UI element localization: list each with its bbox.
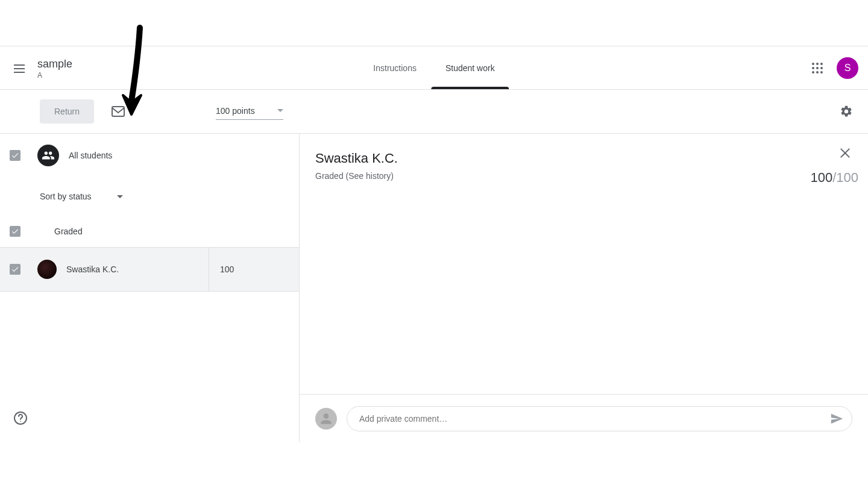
- tab-label: Instructions: [373, 63, 417, 73]
- sort-row: Sort by status: [0, 177, 299, 216]
- hamburger-icon: [14, 64, 25, 72]
- svg-rect-9: [112, 107, 124, 116]
- tab-student-work[interactable]: Student work: [431, 46, 509, 89]
- student-avatar: [37, 260, 57, 279]
- svg-point-1: [816, 63, 819, 65]
- svg-point-0: [812, 63, 814, 65]
- svg-point-4: [816, 67, 819, 69]
- menu-button[interactable]: [5, 54, 34, 83]
- score-received: 100: [810, 170, 832, 185]
- return-label: Return: [54, 107, 80, 116]
- detail-score: 100/100: [810, 170, 858, 186]
- sort-label: Sort by status: [40, 192, 92, 201]
- group-header-graded: Graded: [0, 216, 299, 247]
- gear-icon: [840, 105, 853, 118]
- points-label: 100 points: [216, 106, 255, 116]
- send-icon: [830, 412, 843, 425]
- comment-bar: [300, 394, 868, 442]
- mail-icon: [112, 106, 125, 117]
- student-score[interactable]: 100: [209, 248, 299, 291]
- student-name: Swastika K.C.: [66, 264, 119, 274]
- apps-grid-icon: [812, 63, 823, 74]
- send-button[interactable]: [827, 409, 846, 428]
- email-button[interactable]: [106, 99, 130, 124]
- page-subtitle: A: [37, 71, 72, 80]
- chevron-down-icon: [277, 109, 283, 112]
- svg-point-3: [812, 67, 814, 69]
- student-detail: Swastika K.C. 100/100 Graded (See histor…: [300, 134, 868, 442]
- person-icon: [318, 411, 334, 427]
- detail-header: Swastika K.C. 100/100 Graded (See histor…: [300, 134, 868, 181]
- title-block: sample A: [37, 57, 72, 80]
- sort-select[interactable]: Sort by status: [40, 192, 123, 201]
- settings-button[interactable]: [834, 99, 858, 124]
- header-right: S: [805, 56, 868, 80]
- score-outof: 100: [836, 170, 858, 185]
- svg-point-8: [820, 71, 823, 74]
- group-icon: [37, 145, 59, 166]
- group-label: Graded: [54, 227, 83, 236]
- page-title: sample: [37, 57, 72, 71]
- student-row[interactable]: Swastika K.C. 100: [0, 247, 299, 292]
- svg-point-5: [820, 67, 823, 69]
- svg-point-11: [20, 421, 21, 422]
- comment-input-wrap: [347, 406, 852, 431]
- help-button[interactable]: [8, 406, 33, 430]
- close-icon: [839, 147, 851, 159]
- tab-instructions[interactable]: Instructions: [359, 46, 431, 89]
- detail-status[interactable]: Graded (See history): [315, 171, 852, 181]
- points-select[interactable]: 100 points: [216, 104, 283, 120]
- all-students-row: All students: [0, 134, 299, 177]
- group-checkbox[interactable]: [10, 226, 20, 237]
- all-students-label[interactable]: All students: [69, 151, 112, 160]
- student-list-sidebar: All students Sort by status Graded Swast…: [0, 134, 299, 442]
- tab-label: Student work: [445, 63, 495, 73]
- apps-button[interactable]: [805, 56, 829, 80]
- chevron-down-icon: [117, 195, 123, 198]
- toolbar: Return 100 points: [0, 90, 868, 134]
- detail-body: [300, 181, 868, 394]
- tabs: Instructions Student work: [359, 46, 509, 89]
- profile-avatar[interactable]: S: [837, 57, 858, 79]
- comment-input[interactable]: [347, 406, 852, 431]
- svg-point-2: [820, 63, 823, 65]
- detail-student-name: Swastika K.C.: [315, 151, 852, 166]
- student-checkbox[interactable]: [10, 264, 20, 275]
- commenter-avatar: [315, 408, 337, 430]
- header: sample A Instructions Student work S: [0, 46, 868, 90]
- svg-point-7: [816, 71, 819, 74]
- avatar-letter: S: [844, 63, 851, 74]
- svg-point-6: [812, 71, 814, 74]
- close-button[interactable]: [832, 140, 858, 166]
- help-icon: [13, 411, 28, 425]
- return-button[interactable]: Return: [40, 99, 94, 124]
- select-all-checkbox[interactable]: [10, 150, 20, 161]
